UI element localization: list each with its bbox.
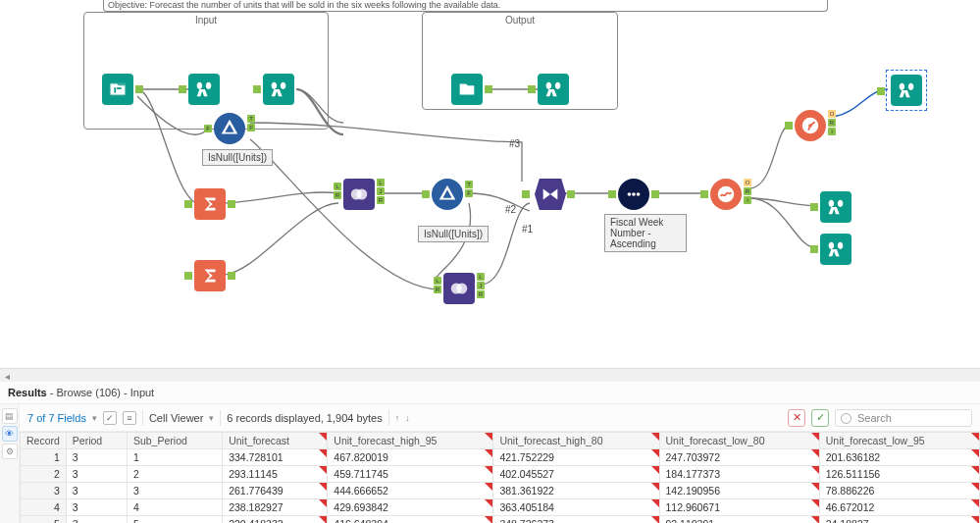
cell[interactable]: 4 (21, 499, 67, 516)
cell[interactable]: 459.711745 (328, 466, 493, 483)
arrow-up-icon[interactable]: ↑ (395, 413, 400, 423)
sort-tool[interactable] (618, 179, 649, 210)
cell[interactable]: 184.177373 (659, 466, 819, 483)
cell[interactable]: 46.672012 (819, 499, 979, 516)
cell[interactable]: 238.182927 (223, 499, 328, 516)
cell-viewer-label[interactable]: Cell Viewer (149, 412, 203, 424)
summarize-tool-1[interactable] (194, 188, 226, 220)
close-icon[interactable]: ✕ (788, 409, 805, 427)
cell[interactable]: 3 (66, 466, 127, 483)
chevron-down-icon-2[interactable]: ▾ (209, 413, 214, 423)
col-header[interactable]: Period (66, 433, 127, 449)
cell[interactable]: 3 (66, 449, 127, 466)
chevron-down-icon[interactable]: ▾ (92, 413, 97, 423)
side-tab-config[interactable]: ⚙ (2, 444, 18, 459)
cell[interactable]: 348.726273 (493, 516, 659, 524)
workflow-canvas[interactable]: Objective: Forecast the number of units … (0, 0, 980, 368)
filter-tool-2[interactable]: TF (432, 179, 463, 210)
cell[interactable]: 444.666652 (328, 483, 493, 499)
records-status: 6 records displayed, 1,904 bytes (227, 412, 382, 424)
cell[interactable]: 142.190956 (659, 483, 819, 499)
cell[interactable]: 5 (21, 516, 67, 524)
cell[interactable]: 92.110391 (659, 516, 819, 524)
filter-label-2: IsNull([Units]) (418, 226, 489, 242)
cell[interactable]: 4 (127, 499, 222, 516)
selected-node[interactable] (886, 70, 927, 111)
cell[interactable]: 261.776439 (223, 483, 328, 499)
table-row[interactable]: 333261.776439444.666652381.361922142.190… (21, 483, 980, 499)
col-header[interactable]: Sub_Period (127, 433, 222, 449)
check-icon[interactable]: ✓ (811, 409, 829, 427)
cell[interactable]: 2 (127, 466, 222, 483)
cell[interactable]: 363.405184 (493, 499, 659, 516)
objective-text: Objective: Forecast the number of units … (103, 0, 828, 12)
col-header[interactable]: Unit_forecast_low_80 (659, 433, 819, 449)
ts-plot-tool[interactable]: ORI (795, 110, 826, 141)
h-scrollbar[interactable]: ◂ (0, 368, 980, 382)
group-input-title: Input (84, 15, 328, 26)
browse-tool-1[interactable] (188, 74, 220, 105)
table-row[interactable]: 434238.182927429.693842363.405184112.960… (21, 499, 980, 516)
cell[interactable]: 112.960671 (659, 499, 819, 516)
filter-label-1: IsNull([Units]) (202, 149, 273, 166)
table-row[interactable]: 535220.418332416.648394348.72627392.1103… (21, 516, 980, 524)
col-header[interactable]: Unit_forecast (223, 433, 328, 449)
table-row[interactable]: 131334.728101467.820019421.752229247.703… (21, 449, 980, 466)
fields-link[interactable]: 7 of 7 Fields (27, 412, 86, 424)
text-input-tool[interactable] (102, 74, 133, 105)
side-tab-messages[interactable]: ▤ (2, 408, 18, 424)
cell[interactable]: 201.636182 (819, 449, 979, 466)
cell[interactable]: 3 (21, 483, 67, 499)
cell[interactable]: 3 (127, 483, 222, 499)
cell[interactable]: 24.18827 (819, 516, 979, 524)
search-input[interactable]: Search (835, 409, 972, 427)
browse-tool-3[interactable] (820, 191, 851, 223)
col-header[interactable]: Unit_forecast_high_80 (493, 433, 659, 449)
cell[interactable]: 247.703972 (659, 449, 819, 466)
col-header[interactable]: Unit_forecast_high_95 (328, 433, 493, 449)
cell[interactable]: 3 (66, 499, 127, 516)
col-header[interactable]: Unit_forecast_low_95 (819, 433, 979, 449)
join-tool-2[interactable]: LR LJR (443, 273, 475, 304)
priority-3: #3 (509, 138, 520, 149)
filter-tool-1[interactable]: F TF (214, 113, 245, 144)
cell[interactable]: 416.648394 (328, 516, 493, 524)
cell[interactable]: 3 (66, 516, 127, 524)
output-data-tool[interactable] (451, 74, 483, 105)
cell[interactable]: 3 (66, 483, 127, 499)
checkbox-icon[interactable]: ✓ (103, 411, 117, 425)
metadata-icon[interactable]: ≡ (123, 411, 136, 425)
svg-point-3 (456, 284, 467, 294)
join-tool-1[interactable]: LR LJR (343, 179, 375, 210)
cell[interactable]: 126.511156 (819, 466, 979, 483)
cell[interactable]: 2 (21, 466, 67, 483)
ts-forecast-tool[interactable]: ORI (710, 179, 742, 210)
arrow-down-icon[interactable]: ↓ (405, 413, 410, 423)
group-input: Input (83, 12, 329, 130)
cell[interactable]: 1 (21, 449, 67, 466)
browse-tool-output[interactable] (538, 74, 569, 105)
cell[interactable]: 381.361922 (493, 483, 659, 499)
cell[interactable]: 402.045527 (493, 466, 659, 483)
cell[interactable]: 421.752229 (493, 449, 659, 466)
results-toolbar: 7 of 7 Fields ▾ ✓ ≡ Cell Viewer ▾ 6 reco… (20, 404, 980, 432)
cell[interactable]: 220.418332 (223, 516, 328, 524)
summarize-tool-2[interactable] (194, 260, 226, 291)
table-row[interactable]: 232293.11145459.711745402.045527184.1773… (21, 466, 980, 483)
cell[interactable]: 334.728101 (223, 449, 328, 466)
col-header[interactable]: Record (21, 433, 67, 449)
cell[interactable]: 1 (127, 449, 222, 466)
cell[interactable]: 467.820019 (328, 449, 493, 466)
priority-1: #1 (522, 224, 533, 235)
union-tool[interactable] (535, 179, 566, 210)
scroll-left-icon[interactable]: ◂ (0, 369, 14, 383)
browse-tool-selected (891, 75, 922, 106)
browse-tool-4[interactable] (820, 234, 851, 265)
cell[interactable]: 293.11145 (223, 466, 328, 483)
browse-tool-2[interactable] (263, 74, 294, 105)
cell[interactable]: 429.693842 (328, 499, 493, 516)
cell[interactable]: 5 (127, 516, 222, 524)
side-tab-data[interactable]: 👁 (2, 426, 18, 442)
cell[interactable]: 78.886226 (819, 483, 979, 499)
results-grid[interactable]: RecordPeriodSub_PeriodUnit_forecastUnit_… (20, 432, 980, 523)
